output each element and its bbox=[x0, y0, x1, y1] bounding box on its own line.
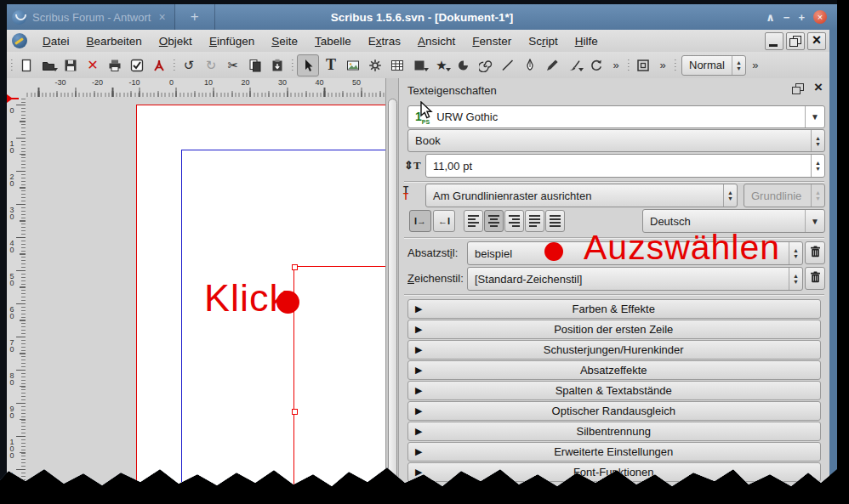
align-center-button[interactable] bbox=[484, 210, 504, 232]
expander-section[interactable]: ▶ Erweiterte Einstellungen bbox=[407, 442, 821, 462]
polygon-icon[interactable]: ★ bbox=[431, 55, 452, 76]
copy-icon[interactable] bbox=[245, 55, 265, 76]
mdi-restore-icon[interactable] bbox=[786, 32, 805, 50]
chevron-down-icon[interactable]: ▼ bbox=[805, 106, 824, 127]
menu-tabelle[interactable]: Tabelle bbox=[306, 32, 360, 50]
spiral-icon[interactable] bbox=[476, 55, 496, 76]
toolbar-overflow[interactable]: » bbox=[655, 55, 670, 76]
edit-contents-icon[interactable] bbox=[633, 55, 653, 76]
spinner-arrows[interactable]: ▲▼ bbox=[789, 242, 802, 264]
font-family-combo[interactable]: 1PS URW Gothic ▼ bbox=[407, 105, 825, 128]
expander-section[interactable]: ▶ Silbentrennung bbox=[407, 422, 821, 441]
toolbar-overflow[interactable]: » bbox=[748, 55, 763, 76]
spinner-arrows[interactable]: ▲▼ bbox=[789, 268, 802, 290]
toolbar-overflow[interactable]: » bbox=[608, 55, 624, 76]
new-document-icon[interactable] bbox=[16, 55, 37, 76]
freehand-icon[interactable] bbox=[542, 55, 562, 76]
horizontal-ruler[interactable]: -30-20-10010203040506070 bbox=[26, 78, 385, 98]
arc-icon[interactable] bbox=[453, 55, 474, 76]
menu-seite[interactable]: Seite bbox=[263, 32, 306, 50]
open-document-icon[interactable] bbox=[38, 55, 59, 76]
select-tool-icon[interactable] bbox=[297, 54, 319, 76]
expander-section[interactable]: ▶ Position der ersten Zeile bbox=[407, 320, 821, 339]
toolbar-separator[interactable] bbox=[672, 56, 678, 75]
menu-datei[interactable]: Datei bbox=[34, 32, 78, 50]
tab-close-icon[interactable]: × bbox=[157, 10, 167, 24]
save-icon[interactable] bbox=[60, 55, 81, 76]
toolbar-separator[interactable] bbox=[289, 56, 295, 75]
new-tab-button[interactable]: + bbox=[175, 4, 215, 30]
canvas-vertical-scrollbar[interactable] bbox=[385, 78, 399, 504]
align-justify-button[interactable] bbox=[525, 210, 544, 232]
menu-hilfe[interactable]: Hilfe bbox=[567, 32, 607, 50]
clear-character-style-button[interactable] bbox=[805, 267, 825, 290]
vertical-ruler[interactable]: 0102030405060708090100110 bbox=[7, 97, 26, 504]
toolbar: Normal ▲▼ » ✕ ↺ bbox=[7, 52, 829, 79]
align-left-button[interactable] bbox=[464, 210, 483, 232]
pdf-export-icon[interactable] bbox=[149, 55, 169, 76]
font-size-spinbox[interactable]: 11,00 pt ▲▼ bbox=[425, 154, 825, 178]
expander-section[interactable]: ▶ Spalten & Textabstände bbox=[407, 381, 821, 400]
spinner-arrows[interactable]: ▲▼ bbox=[811, 155, 824, 177]
rotate-icon[interactable] bbox=[586, 55, 607, 76]
chevron-down-icon[interactable]: ▼ bbox=[805, 210, 824, 232]
close-icon[interactable]: ✕ bbox=[83, 55, 103, 76]
image-frame-icon[interactable] bbox=[343, 55, 363, 76]
shape-icon[interactable] bbox=[409, 55, 430, 76]
toolbar-separator[interactable] bbox=[625, 56, 631, 75]
clear-paragraph-style-button[interactable] bbox=[805, 241, 825, 264]
text-frame-icon[interactable]: T bbox=[321, 55, 341, 76]
expander-section[interactable]: ▶ Font-Funktionen bbox=[407, 462, 821, 482]
text-frame[interactable]: Weit hinten, hiVokalien undAbgeschiedede… bbox=[293, 266, 385, 504]
character-style-combo[interactable]: [Standard-Zeichenstil] ▲▼ bbox=[467, 267, 803, 291]
close-button[interactable]: × bbox=[813, 10, 827, 24]
font-size-icon: ⇕T bbox=[404, 159, 421, 173]
print-icon[interactable] bbox=[105, 55, 125, 76]
expander-section[interactable]: ▶ Schusterjungen/Hurenkinder bbox=[407, 340, 821, 360]
table-icon[interactable] bbox=[387, 55, 407, 76]
paste-icon[interactable] bbox=[267, 55, 288, 76]
toolbar-handle[interactable] bbox=[9, 56, 14, 75]
menu-einfuegen[interactable]: Einfügen bbox=[201, 32, 263, 50]
menu-objekt[interactable]: Objekt bbox=[151, 32, 201, 50]
preview-quality-combo[interactable]: Normal ▲▼ bbox=[681, 55, 746, 76]
menu-script[interactable]: Script bbox=[520, 32, 567, 50]
menu-bearbeiten[interactable]: Bearbeiten bbox=[78, 32, 151, 50]
direction-ltr-button[interactable]: I→ bbox=[409, 210, 431, 232]
window-tab[interactable]: Scribus Forum - Antwort × bbox=[7, 4, 175, 30]
mdi-close-icon[interactable] bbox=[807, 32, 826, 50]
direction-rtl-button[interactable]: ←I bbox=[433, 210, 455, 232]
minimize-button[interactable]: − bbox=[783, 12, 790, 23]
frame-handle[interactable] bbox=[292, 409, 298, 415]
spinner-arrows[interactable]: ▲▼ bbox=[723, 184, 737, 207]
shade-button[interactable]: ∧ bbox=[766, 12, 775, 23]
spinner-arrows[interactable]: ▲▼ bbox=[732, 56, 745, 75]
expander-section[interactable]: ▶ Absatzeffekte bbox=[407, 360, 821, 380]
mdi-minimize-icon[interactable] bbox=[765, 32, 783, 50]
undo-icon[interactable]: ↺ bbox=[179, 55, 199, 76]
menu-extras[interactable]: Extras bbox=[360, 32, 409, 50]
titlebar[interactable]: Scribus 1.5.6.svn - [Dokument-1*] Scribu… bbox=[7, 4, 837, 30]
expander-section[interactable]: ▶ Optischer Randausgleich bbox=[407, 401, 821, 421]
cut-icon[interactable]: ✂ bbox=[223, 55, 243, 76]
line-icon[interactable] bbox=[498, 55, 518, 76]
bezier-icon[interactable] bbox=[520, 55, 540, 76]
scrollbar-thumb[interactable] bbox=[388, 99, 397, 501]
menu-ansicht[interactable]: Ansicht bbox=[409, 32, 464, 50]
toolbar-separator[interactable] bbox=[171, 56, 177, 75]
maximize-button[interactable]: + bbox=[798, 12, 805, 23]
redo-icon[interactable]: ↻ bbox=[201, 55, 221, 76]
panel-close-icon[interactable]: × bbox=[814, 79, 823, 96]
calligraphy-icon[interactable] bbox=[564, 55, 584, 76]
expander-section[interactable]: ▶ Farben & Effekte bbox=[407, 299, 821, 319]
preflight-icon[interactable] bbox=[127, 55, 147, 76]
frame-handle[interactable] bbox=[292, 264, 298, 270]
render-frame-icon[interactable] bbox=[365, 55, 385, 76]
align-force-justify-button[interactable] bbox=[545, 210, 565, 232]
spinner-arrows[interactable]: ▲▼ bbox=[811, 130, 824, 151]
font-style-combo[interactable]: Book ▲▼ bbox=[407, 129, 825, 152]
line-spacing-mode-combo[interactable]: Am Grundlinienraster ausrichten ▲▼ bbox=[425, 184, 738, 207]
float-panel-icon[interactable] bbox=[792, 83, 804, 94]
menu-fenster[interactable]: Fenster bbox=[464, 32, 520, 50]
align-right-button[interactable] bbox=[504, 210, 524, 232]
